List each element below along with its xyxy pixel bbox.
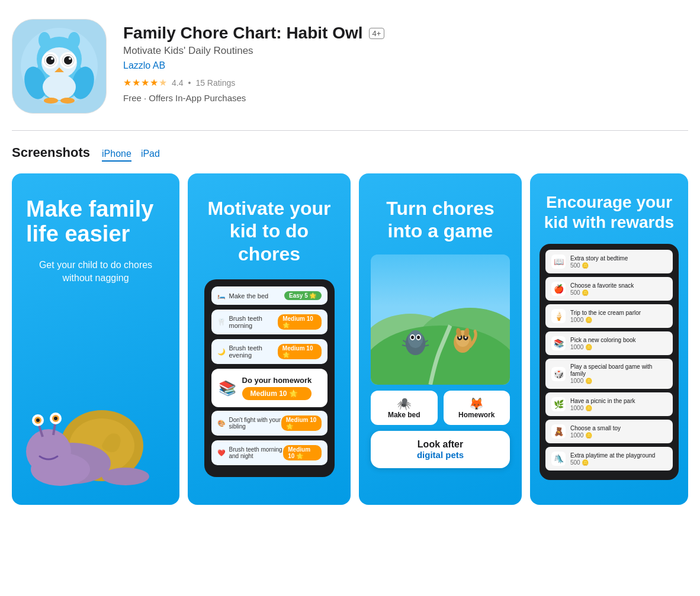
rating-value: 4.4: [172, 78, 183, 88]
reward-item-4: 📚 Pick a new coloring book 1000 🪙: [545, 331, 673, 355]
screenshot-2: Motivate your kid to do chores 🛏️ Make t…: [188, 173, 351, 505]
screenshots-grid: Make family life easier Get your child t…: [12, 173, 688, 505]
reward-name-3: Trip to the ice cream parlor: [570, 310, 667, 317]
ss2-headline: Motivate your kid to do chores: [200, 197, 339, 265]
svg-point-13: [69, 57, 71, 60]
reward-name-6: Have a picnic in the park: [570, 398, 667, 405]
reward-name-8: Extra playtime at the playground: [570, 452, 667, 459]
star-2: ★: [132, 77, 140, 88]
screenshot-4: Encourage your kid with rewards 📖 Extra …: [530, 173, 688, 505]
chore-item-3: 🌙 Brush teeth evening Medium 10 🌟: [211, 339, 327, 364]
screenshots-section: Screenshots iPhone iPad Make family life…: [0, 131, 700, 505]
star-3: ★: [141, 77, 149, 88]
app-icon: [12, 19, 107, 114]
svg-point-24: [26, 429, 71, 474]
reward-points-2: 500 🪙: [570, 289, 667, 296]
reward-icon-3: 🍦: [551, 309, 566, 323]
reward-icon-7: 🧸: [551, 424, 566, 439]
screenshot-1: Make family life easier Get your child t…: [12, 173, 179, 505]
reward-icon-8: 🛝: [551, 452, 566, 466]
star-5-half: ★: [159, 77, 167, 88]
pet-card-2-label: Homework: [449, 411, 505, 419]
app-developer-link[interactable]: Lazzlo AB: [123, 60, 676, 71]
svg-point-32: [54, 417, 57, 420]
rating-count-text: 15 Ratings: [195, 78, 235, 88]
svg-point-17: [43, 74, 76, 100]
chore-badge-4: Medium 10 🌟: [281, 415, 322, 431]
reward-item-7: 🧸 Choose a small toy 1000 🪙: [545, 420, 673, 443]
chore-item-1: 🛏️ Make the bed Easy 5 🌟: [211, 286, 327, 305]
app-subtitle: Motivate Kids' Daily Routines: [123, 45, 676, 57]
chore-badge-1: Easy 5 🌟: [284, 291, 321, 300]
game-area: 🕷️ Make bed 🦊 Homework Look after digita…: [371, 254, 510, 468]
reward-name-4: Pick a new coloring book: [570, 337, 667, 344]
svg-point-39: [408, 330, 423, 348]
reward-points-7: 1000 🪙: [570, 432, 667, 439]
star-4: ★: [150, 77, 158, 88]
ss1-headline: Make family life easier: [26, 197, 165, 247]
ss1-sub: Get your child to do chores without nagg…: [26, 259, 165, 285]
app-title: Family Chore Chart: Habit Owl: [123, 24, 363, 43]
reward-item-2: 🍎 Choose a favorite snack 500 🪙: [545, 277, 673, 301]
age-badge: 4+: [369, 28, 385, 39]
reward-icon-5: 🎲: [551, 367, 566, 381]
active-chore-card: 📚 Do your homework Medium 10 🌟: [211, 369, 327, 407]
tab-ipad[interactable]: iPad: [141, 149, 160, 162]
svg-point-33: [102, 468, 149, 485]
svg-point-4: [68, 32, 80, 49]
reward-points-5: 1000 🪙: [570, 378, 667, 384]
digital-pets-sub: digital pets: [383, 450, 498, 460]
reward-points-4: 1000 🪙: [570, 344, 667, 350]
svg-point-9: [51, 57, 53, 60]
ss3-headline: Turn chores into a game: [371, 197, 510, 243]
reward-name-2: Choose a favorite snack: [570, 282, 667, 289]
chore-badge-2: Medium 10 🌟: [278, 314, 321, 330]
chore-name-1: Make the bed: [229, 292, 269, 299]
screenshots-title: Screenshots: [12, 145, 90, 160]
digital-pets-title: Look after: [383, 439, 498, 450]
chore-name-4: Don't fight with your sibling: [229, 417, 281, 430]
snail-illustration: [12, 327, 179, 505]
chore-name-3: Brush teeth evening: [229, 344, 278, 359]
chore-name-2: Brush teeth morning: [229, 315, 278, 329]
pet-cards-row: 🕷️ Make bed 🦊 Homework: [371, 391, 510, 425]
reward-name-7: Choose a small toy: [570, 425, 667, 432]
reward-item-6: 🌿 Have a picnic in the park 1000 🪙: [545, 392, 673, 416]
svg-point-42: [411, 336, 414, 339]
svg-point-8: [46, 56, 54, 65]
reward-icon-1: 📖: [551, 254, 566, 269]
reward-points-1: 500 🪙: [570, 262, 667, 269]
svg-point-12: [64, 56, 72, 65]
tab-iphone[interactable]: iPhone: [102, 149, 131, 162]
svg-point-19: [60, 98, 75, 104]
app-header: Family Chore Chart: Habit Owl 4+ Motivat…: [0, 0, 700, 130]
pet-card-2: 🦊 Homework: [444, 391, 510, 425]
chore-name-5: Brush teeth morning and night: [229, 446, 284, 459]
reward-icon-6: 🌿: [551, 397, 566, 411]
active-chore-title: Do your homework: [242, 376, 312, 385]
rating-count: •: [188, 78, 191, 88]
svg-point-3: [38, 32, 50, 49]
svg-point-18: [44, 98, 58, 104]
app-title-row: Family Chore Chart: Habit Owl 4+: [123, 24, 676, 43]
game-background: [371, 254, 510, 385]
screenshots-header: Screenshots iPhone iPad: [12, 145, 688, 162]
reward-points-8: 500 🪙: [570, 459, 667, 466]
chore-item-2: 🦷 Brush teeth morning Medium 10 🌟: [211, 310, 327, 334]
rewards-phone-mockup: 📖 Extra story at bedtime 500 🪙 🍎 Choose …: [540, 244, 679, 480]
chore-item-4: 🎨 Don't fight with your sibling Medium 1…: [211, 411, 327, 436]
screenshot-3: Turn chores into a game: [359, 173, 522, 505]
chore-item-5: ❤️ Brush teeth morning and night Medium …: [211, 440, 327, 465]
reward-name-5: Play a special board game with family: [570, 363, 667, 378]
star-1: ★: [123, 77, 131, 88]
reward-item-5: 🎲 Play a special board game with family …: [545, 359, 673, 389]
reward-points-6: 1000 🪙: [570, 405, 667, 411]
reward-icon-2: 🍎: [551, 282, 566, 296]
reward-icon-4: 📚: [551, 336, 566, 350]
reward-points-3: 1000 🪙: [570, 317, 667, 323]
rating-row: ★ ★ ★ ★ ★ 4.4 • 15 Ratings: [123, 77, 676, 88]
star-rating: ★ ★ ★ ★ ★: [123, 77, 167, 88]
svg-point-43: [417, 336, 420, 339]
reward-item-8: 🛝 Extra playtime at the playground 500 🪙: [545, 447, 673, 471]
active-chore-badge: Medium 10 🌟: [242, 387, 312, 400]
